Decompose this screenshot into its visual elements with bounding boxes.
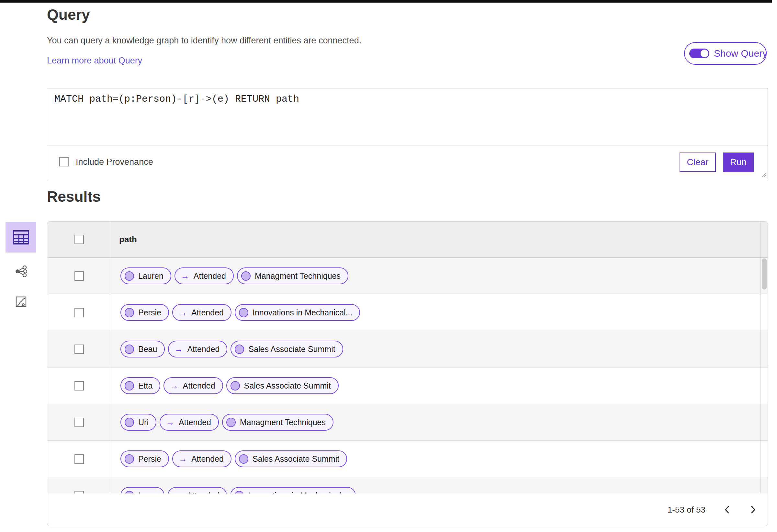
- row-checkbox[interactable]: [75, 381, 84, 391]
- row-checkbox[interactable]: [75, 454, 84, 464]
- row-checkbox[interactable]: [75, 491, 84, 494]
- show-query-label: Show Query: [714, 48, 767, 59]
- source-node-label: Persie: [138, 308, 161, 317]
- relation-label: Attended: [194, 271, 226, 281]
- node-circle-icon: [125, 454, 134, 464]
- source-node-label: Beau: [138, 344, 157, 354]
- table-icon: [13, 230, 29, 244]
- arrow-right-icon: →: [170, 382, 179, 390]
- target-node-label: Managment Techniques: [240, 418, 326, 427]
- table-row: Uri → Attended Managment Techniques: [47, 404, 768, 441]
- source-node-pill[interactable]: Larry: [120, 487, 164, 494]
- node-circle-icon: [239, 454, 248, 464]
- relation-pill[interactable]: → Attended: [172, 304, 231, 321]
- arrow-right-icon: →: [174, 491, 183, 494]
- relation-label: Attended: [183, 381, 215, 391]
- node-circle-icon: [230, 381, 240, 391]
- toggle-knob-icon: [700, 49, 709, 58]
- chevron-right-icon: [750, 506, 757, 514]
- source-node-label: Uri: [138, 418, 148, 427]
- relation-pill[interactable]: → Attended: [168, 487, 227, 494]
- source-node-pill[interactable]: Uri: [120, 414, 156, 431]
- row-checkbox[interactable]: [75, 418, 84, 427]
- target-node-label: Sales Associate Summit: [248, 344, 335, 354]
- target-node-pill[interactable]: Sales Associate Summit: [226, 377, 339, 394]
- relation-label: Attended: [179, 418, 211, 427]
- arrow-right-icon: →: [179, 455, 187, 463]
- table-rows-viewport: Lauren → Attended Managment Techniques P…: [47, 258, 768, 494]
- relation-pill[interactable]: → Attended: [175, 268, 234, 284]
- table-row: Larry → Attended Innovations in Mechanic…: [47, 477, 768, 494]
- chevron-left-icon: [724, 506, 731, 514]
- network-view-button[interactable]: [5, 260, 36, 283]
- page-title: Query: [47, 6, 90, 23]
- arrow-right-icon: →: [179, 308, 187, 317]
- target-node-pill[interactable]: Sales Associate Summit: [235, 450, 347, 467]
- target-node-pill[interactable]: Innovations in Mechanical...: [235, 304, 360, 321]
- source-node-pill[interactable]: Lauren: [120, 268, 171, 284]
- table-view-button[interactable]: [5, 222, 36, 252]
- target-node-pill[interactable]: Managment Techniques: [222, 414, 333, 431]
- table-row: Persie → Attended Sales Associate Summit: [47, 441, 768, 477]
- path-column-header: path: [119, 234, 137, 244]
- run-button[interactable]: Run: [723, 152, 754, 172]
- node-circle-icon: [241, 271, 250, 281]
- window-top-edge: [0, 0, 772, 3]
- relation-pill[interactable]: → Attended: [163, 377, 223, 394]
- learn-more-link[interactable]: Learn more about Query: [47, 56, 142, 66]
- table-row: Persie → Attended Innovations in Mechani…: [47, 294, 768, 331]
- select-all-checkbox[interactable]: [75, 235, 84, 244]
- node-circle-icon: [125, 271, 134, 281]
- node-circle-icon: [226, 418, 236, 427]
- relation-label: Attended: [187, 491, 219, 494]
- row-checkbox[interactable]: [75, 271, 84, 281]
- node-circle-icon: [125, 418, 134, 427]
- node-circle-icon: [239, 308, 248, 317]
- pagination-next-button[interactable]: [748, 504, 759, 515]
- relation-pill[interactable]: → Attended: [159, 414, 219, 431]
- network-icon: [15, 265, 27, 277]
- include-provenance-checkbox[interactable]: [59, 157, 69, 167]
- pagination-range: 1-53 of 53: [668, 505, 705, 515]
- target-node-pill[interactable]: Innovations in Mechanical...: [230, 487, 356, 494]
- node-circle-icon: [125, 308, 134, 317]
- include-provenance-label: Include Provenance: [76, 157, 153, 167]
- scrollbar-thumb[interactable]: [762, 258, 767, 290]
- source-node-pill[interactable]: Persie: [120, 450, 169, 467]
- chart-icon: [15, 296, 26, 307]
- table-row: Beau → Attended Sales Associate Summit: [47, 331, 768, 367]
- row-checkbox[interactable]: [75, 344, 84, 354]
- source-node-label: Etta: [138, 381, 152, 391]
- source-node-pill[interactable]: Beau: [120, 341, 165, 357]
- source-node-pill[interactable]: Persie: [120, 304, 169, 321]
- arrow-right-icon: →: [181, 272, 189, 280]
- clear-button[interactable]: Clear: [680, 152, 716, 172]
- arrow-right-icon: →: [166, 418, 175, 426]
- chart-view-button[interactable]: [5, 291, 36, 313]
- source-node-pill[interactable]: Etta: [120, 377, 160, 394]
- relation-pill[interactable]: → Attended: [168, 341, 227, 357]
- source-node-label: Persie: [138, 454, 161, 464]
- results-title: Results: [47, 188, 101, 205]
- target-node-pill[interactable]: Sales Associate Summit: [230, 341, 343, 357]
- query-editor-footer: Include Provenance Clear Run: [47, 145, 768, 179]
- target-node-pill[interactable]: Managment Techniques: [237, 268, 348, 284]
- target-node-label: Innovations in Mechanical...: [248, 491, 348, 494]
- toggle-switch-icon: [689, 48, 709, 58]
- arrow-right-icon: →: [175, 345, 183, 353]
- target-node-label: Managment Techniques: [255, 271, 341, 281]
- results-table: path Lauren → Attended Managment Techniq…: [47, 221, 768, 526]
- relation-label: Attended: [191, 454, 224, 464]
- relation-pill[interactable]: → Attended: [172, 450, 231, 467]
- source-node-label: Lauren: [138, 271, 163, 281]
- target-node-label: Innovations in Mechanical...: [252, 308, 353, 317]
- pagination-prev-button[interactable]: [722, 504, 733, 515]
- source-node-label: Larry: [138, 491, 157, 494]
- show-query-toggle[interactable]: Show Query: [684, 42, 767, 65]
- table-row: Etta → Attended Sales Associate Summit: [47, 367, 768, 404]
- relation-label: Attended: [187, 344, 220, 354]
- row-checkbox[interactable]: [75, 308, 84, 317]
- page-description: You can query a knowledge graph to ident…: [47, 36, 361, 46]
- relation-label: Attended: [191, 308, 224, 317]
- query-input[interactable]: MATCH path=(p:Person)-[r]->(e) RETURN pa…: [47, 88, 768, 145]
